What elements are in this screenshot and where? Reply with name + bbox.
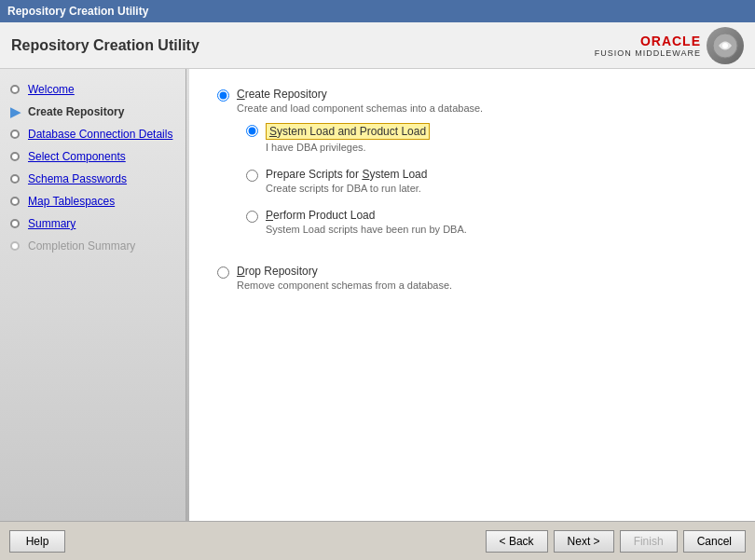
radio-create-repository[interactable] <box>217 89 229 102</box>
create-underline: Create Repository <box>237 88 327 101</box>
oracle-icon <box>707 27 744 64</box>
option-drop-repository[interactable]: Drop Repository Remove component schemas… <box>217 265 727 291</box>
step-indicator-welcome <box>7 82 22 97</box>
oracle-logo: ORACLE FUSION MIDDLEWARE <box>595 27 744 64</box>
step-dot-completion <box>10 241 20 251</box>
step-indicator-schema <box>7 171 22 186</box>
sidebar-label-summary[interactable]: Summary <box>28 217 76 230</box>
step-indicator-db <box>7 127 22 142</box>
sub-option-prepare-scripts[interactable]: Prepare Scripts for System Load Create s… <box>246 168 483 194</box>
radio-perform-product[interactable] <box>246 211 258 223</box>
app-header: Repository Creation Utility ORACLE FUSIO… <box>0 22 755 69</box>
sidebar-item-schema-passwords[interactable]: Schema Passwords <box>0 168 185 190</box>
sidebar-label-map-tablespaces[interactable]: Map Tablespaces <box>28 195 115 208</box>
app-header-title: Repository Creation Utility <box>11 37 199 54</box>
perform-product-content: Perform Product Load System Load scripts… <box>266 209 467 235</box>
sidebar: Welcome ▶ Create Repository Database Con… <box>0 69 186 521</box>
radio-system-load[interactable] <box>246 125 258 137</box>
sidebar-item-map-tablespaces[interactable]: Map Tablespaces <box>0 190 185 212</box>
drop-repository-desc: Remove component schemas from a database… <box>237 280 452 291</box>
footer-left: Help <box>9 530 65 553</box>
step-indicator-create: ▶ <box>7 104 22 119</box>
oracle-sub: FUSION MIDDLEWARE <box>595 48 701 58</box>
step-indicator-select <box>7 149 22 164</box>
main-area: Welcome ▶ Create Repository Database Con… <box>0 69 755 521</box>
drop-repository-content: Drop Repository Remove component schemas… <box>237 265 452 291</box>
create-repository-label[interactable]: Create Repository <box>237 88 483 101</box>
step-arrow-create: ▶ <box>10 104 21 119</box>
prepare-scripts-label[interactable]: Prepare Scripts for System Load <box>266 168 427 181</box>
perform-product-desc: System Load scripts have been run by DBA… <box>266 224 467 235</box>
step-dot-map <box>10 197 20 206</box>
step-dot-welcome <box>10 85 20 94</box>
system-load-content: System Load and Product Load I have DBA … <box>266 123 430 153</box>
sub-option-system-load[interactable]: System Load and Product Load I have DBA … <box>246 123 483 153</box>
sidebar-item-select-components[interactable]: Select Components <box>0 145 185 168</box>
perform-product-label[interactable]: Perform Product Load <box>266 209 467 222</box>
sidebar-label-welcome[interactable]: Welcome <box>28 83 75 96</box>
sidebar-item-completion-summary: Completion Summary <box>0 235 185 257</box>
sidebar-item-database-connection[interactable]: Database Connection Details <box>0 123 185 145</box>
sidebar-label-schema-passwords[interactable]: Schema Passwords <box>28 172 127 185</box>
sub-option-perform-product[interactable]: Perform Product Load System Load scripts… <box>246 209 483 235</box>
help-button[interactable]: Help <box>9 530 65 553</box>
footer: Help < Back Next > Finish Cancel <box>0 521 755 560</box>
svg-point-1 <box>722 43 728 48</box>
sidebar-item-summary[interactable]: Summary <box>0 212 185 235</box>
footer-right: < Back Next > Finish Cancel <box>486 530 746 553</box>
step-dot-schema <box>10 174 20 184</box>
step-indicator-completion <box>7 239 22 253</box>
system-load-text: System Load and Product Load <box>269 125 426 138</box>
content-area: Create Repository Create and load compon… <box>189 69 755 521</box>
create-repository-desc: Create and load component schemas into a… <box>237 102 483 114</box>
system-load-label[interactable]: System Load and Product Load <box>266 123 430 140</box>
drop-repository-label[interactable]: Drop Repository <box>237 265 452 278</box>
app-title-label: Repository Creation Utility <box>7 5 148 18</box>
prepare-scripts-content: Prepare Scripts for System Load Create s… <box>266 168 427 194</box>
step-indicator-map <box>7 194 22 209</box>
create-repository-content: Create Repository Create and load compon… <box>237 88 483 250</box>
finish-button[interactable]: Finish <box>620 530 678 553</box>
step-indicator-summary <box>7 216 22 231</box>
sidebar-label-select-components[interactable]: Select Components <box>28 150 126 163</box>
radio-drop-repository[interactable] <box>217 266 229 279</box>
sub-options: System Load and Product Load I have DBA … <box>246 123 483 250</box>
step-dot-summary <box>10 219 20 228</box>
sidebar-item-welcome[interactable]: Welcome <box>0 78 185 101</box>
sidebar-label-completion-summary: Completion Summary <box>28 239 135 253</box>
next-button[interactable]: Next > <box>554 530 614 553</box>
radio-prepare-scripts[interactable] <box>246 170 258 182</box>
sidebar-label-database-connection[interactable]: Database Connection Details <box>28 128 172 141</box>
step-dot-db <box>10 130 20 139</box>
step-dot-select <box>10 152 20 161</box>
oracle-name: ORACLE <box>595 34 701 48</box>
oracle-text: ORACLE FUSION MIDDLEWARE <box>595 34 701 58</box>
cancel-button[interactable]: Cancel <box>683 530 746 553</box>
sidebar-item-create-repository[interactable]: ▶ Create Repository <box>0 101 185 123</box>
option-create-repository[interactable]: Create Repository Create and load compon… <box>217 88 727 250</box>
sidebar-label-create-repository[interactable]: Create Repository <box>28 105 124 118</box>
prepare-scripts-desc: Create scripts for DBA to run later. <box>266 183 427 194</box>
back-button[interactable]: < Back <box>486 530 548 553</box>
title-bar: Repository Creation Utility <box>0 0 755 22</box>
system-load-desc: I have DBA privileges. <box>266 142 430 153</box>
